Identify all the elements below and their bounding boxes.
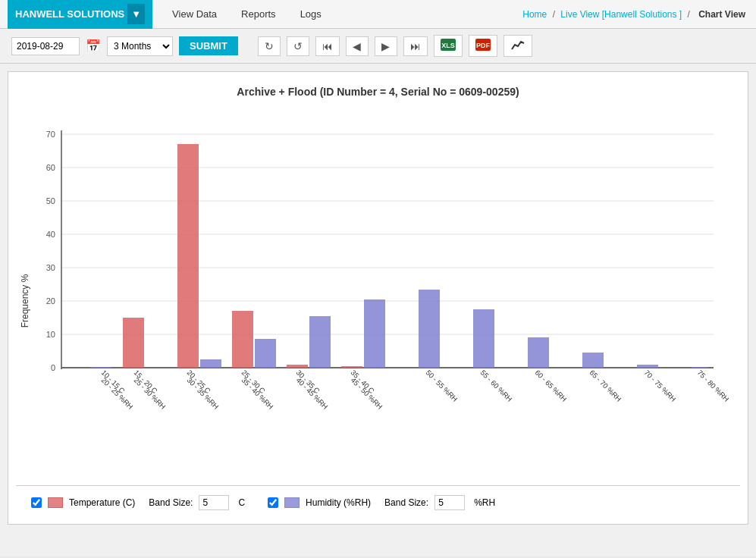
- chart-view-button[interactable]: [503, 35, 532, 57]
- temp-band-size-label: Band Size:: [149, 497, 193, 508]
- bar-temp-1: [123, 318, 144, 368]
- temp-band-unit: C: [238, 497, 245, 508]
- brand-dropdown-arrow[interactable]: ▼: [127, 4, 145, 24]
- histogram-svg: Frequency % 70 60 50 40 30: [16, 111, 729, 475]
- temp-legend-checkbox[interactable]: [31, 497, 42, 508]
- hum-legend-checkbox[interactable]: [268, 497, 278, 508]
- breadcrumb-sep1: /: [553, 9, 558, 20]
- calendar-icon[interactable]: 📅: [86, 39, 101, 53]
- temp-legend-color: [48, 497, 63, 508]
- toolbar: 📅 3 Months 1 Month 6 Months 12 Months SU…: [0, 29, 756, 64]
- svg-text:PDF: PDF: [476, 42, 491, 49]
- svg-text:XLS: XLS: [441, 42, 455, 49]
- bar-hum-2: [200, 359, 221, 368]
- hum-legend-label: Humidity (%RH): [306, 497, 371, 508]
- hum-band-unit: %RH: [474, 497, 495, 508]
- svg-text:50: 50: [46, 196, 55, 205]
- svg-text:60 - 65 %RH: 60 - 65 %RH: [534, 368, 569, 403]
- play-button[interactable]: ▶: [375, 36, 397, 56]
- bar-hum-0: [90, 367, 111, 368]
- skip-end-button[interactable]: ⏭: [403, 36, 428, 56]
- nav-view-data[interactable]: View Data: [160, 2, 229, 26]
- svg-text:70 - 75 %RH: 70 - 75 %RH: [643, 368, 678, 403]
- skip-start-button[interactable]: ⏮: [315, 36, 340, 56]
- breadcrumb-home[interactable]: Home: [522, 9, 547, 20]
- y-axis-label: Frequency %: [20, 274, 30, 328]
- brand-label: HANWELL SOLUTIONS: [15, 8, 124, 20]
- export-excel-button[interactable]: XLS: [434, 35, 463, 57]
- prev-button[interactable]: ◀: [346, 36, 369, 56]
- date-input[interactable]: [11, 37, 80, 55]
- refresh-button[interactable]: ↺: [287, 36, 309, 56]
- breadcrumb-current: Chart View: [698, 9, 745, 20]
- hum-legend-color: [284, 497, 300, 508]
- submit-button[interactable]: SUBMIT: [179, 36, 238, 55]
- header: HANWELL SOLUTIONS ▼ View Data Reports Lo…: [0, 0, 756, 29]
- period-select[interactable]: 3 Months 1 Month 6 Months 12 Months: [107, 36, 173, 56]
- breadcrumb-live[interactable]: Live View [Hanwell Solutions ]: [560, 9, 682, 20]
- temp-band-size-input[interactable]: [199, 495, 229, 510]
- bar-hum-5: [364, 299, 385, 368]
- svg-text:65 - 70 %RH: 65 - 70 %RH: [588, 368, 623, 403]
- export-pdf-button[interactable]: PDF: [469, 35, 497, 57]
- svg-text:40: 40: [46, 230, 55, 239]
- svg-text:30: 30: [46, 263, 55, 272]
- bar-temp-5: [341, 366, 362, 368]
- svg-text:0: 0: [51, 363, 55, 372]
- bar-hum-10: [637, 365, 658, 368]
- bar-hum-7: [473, 309, 494, 368]
- breadcrumb: Home / Live View [Hanwell Solutions ] / …: [522, 9, 748, 20]
- main-content: Archive + Flood (ID Number = 4, Serial N…: [0, 64, 756, 556]
- hum-band-size-input[interactable]: [434, 495, 465, 510]
- svg-text:20: 20: [46, 296, 55, 306]
- bar-hum-3: [255, 339, 276, 368]
- chart-container: Archive + Flood (ID Number = 4, Serial N…: [8, 71, 748, 525]
- svg-text:75 - 80 %RH: 75 - 80 %RH: [696, 368, 729, 403]
- bar-temp-4: [287, 365, 308, 368]
- nav-logs[interactable]: Logs: [288, 2, 334, 26]
- bar-hum-4: [309, 316, 331, 368]
- bar-temp-3: [232, 311, 253, 368]
- breadcrumb-sep2: /: [688, 9, 693, 20]
- bar-hum-11: [692, 367, 708, 368]
- legend-item-humidity: Humidity (%RH) Band Size: %RH: [268, 495, 495, 510]
- legend-item-temperature: Temperature (C) Band Size: C: [31, 495, 245, 510]
- main-nav: View Data Reports Logs: [160, 2, 334, 26]
- nav-reports[interactable]: Reports: [229, 2, 288, 26]
- bar-hum-9: [582, 353, 604, 368]
- temp-legend-label: Temperature (C): [69, 497, 135, 508]
- svg-text:10: 10: [46, 330, 55, 339]
- svg-text:70: 70: [46, 130, 55, 139]
- chart-area: Frequency % 70 60 50 40 30: [16, 111, 740, 478]
- chart-title: Archive + Flood (ID Number = 4, Serial N…: [16, 80, 740, 104]
- refresh-left-button[interactable]: ↻: [258, 36, 281, 56]
- svg-text:55 - 60 %RH: 55 - 60 %RH: [479, 368, 514, 403]
- bar-hum-6: [419, 290, 440, 368]
- brand-button[interactable]: HANWELL SOLUTIONS ▼: [8, 0, 152, 29]
- svg-text:60: 60: [46, 163, 55, 172]
- legend: Temperature (C) Band Size: C Humidity (%…: [16, 485, 740, 516]
- bar-hum-8: [528, 337, 549, 368]
- hum-band-size-label: Band Size:: [384, 497, 428, 508]
- svg-text:50 - 55 %RH: 50 - 55 %RH: [425, 368, 460, 403]
- bar-temp-2: [177, 144, 199, 368]
